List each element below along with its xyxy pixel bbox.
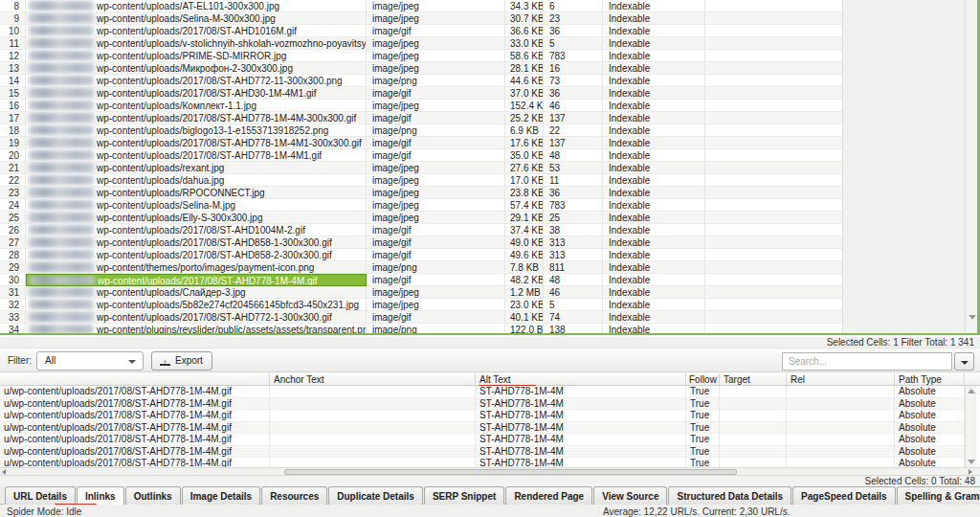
from-url-cell[interactable]: u/wp-content/uploads/2017/08/ST-AHD778-1… <box>0 398 270 411</box>
target-cell[interactable] <box>720 386 787 398</box>
tab-structured-data-details[interactable]: Structured Data Details <box>668 486 791 505</box>
content-type-cell[interactable]: image/jpeg <box>367 100 505 112</box>
inlinks-vertical-scrollbar[interactable] <box>965 386 976 467</box>
address-cell[interactable]: wp-content/uploads/Комплект-1.1.jpg <box>26 100 367 112</box>
indexability-cell[interactable]: Indexable <box>603 162 705 174</box>
size-cell[interactable]: 58.6 KB <box>505 50 544 62</box>
address-cell[interactable]: wp-content/uploads/2017/08/ST-AHD30-1M-4… <box>26 87 367 100</box>
table-row[interactable]: 28wp-content/uploads/2017/08/ST-AHD858-2… <box>0 249 842 261</box>
indexability-cell[interactable]: Indexable <box>603 299 705 311</box>
path-type-cell[interactable]: Absolute <box>895 434 965 446</box>
from-url-cell[interactable]: u/wp-content/uploads/2017/08/ST-AHD778-1… <box>0 422 270 435</box>
target-cell[interactable] <box>720 446 787 459</box>
address-cell[interactable]: wp-content/uploads/Elly-S-300x300.jpg <box>26 212 367 224</box>
size-cell[interactable]: 37.4 KB <box>505 224 544 236</box>
tab-rendered-page[interactable]: Rendered Page <box>505 486 592 505</box>
inlink-row[interactable]: u/wp-content/uploads/2017/08/ST-AHD778-1… <box>0 410 965 422</box>
tab-url-details[interactable]: URL Details <box>5 486 76 505</box>
target-cell[interactable] <box>720 398 787 411</box>
indexability-cell[interactable]: Indexable <box>603 187 705 199</box>
indexability-cell[interactable]: Indexable <box>603 236 705 249</box>
address-cell[interactable]: wp-content/uploads/2017/08/ST-AHD778-1M-… <box>26 137 367 149</box>
indexability-status-cell[interactable] <box>705 261 843 274</box>
indexability-status-cell[interactable] <box>705 124 843 137</box>
follow-cell[interactable]: True <box>686 446 720 459</box>
follow-cell[interactable]: True <box>686 398 720 411</box>
size-cell[interactable]: 7.8 KB <box>505 261 544 274</box>
inlink-row[interactable]: u/wp-content/uploads/2017/08/ST-AHD778-1… <box>0 422 965 435</box>
scroll-right-icon[interactable] <box>969 469 972 475</box>
content-type-cell[interactable]: image/png <box>367 75 505 87</box>
content-type-cell[interactable]: image/gif <box>367 149 505 162</box>
content-type-cell[interactable]: image/jpeg <box>367 12 505 25</box>
alt-text-cell[interactable]: ST-AHD778-1M-4M <box>476 458 686 467</box>
inlinks-cell[interactable]: 16 <box>544 62 603 75</box>
path-type-cell[interactable]: Absolute <box>895 398 965 411</box>
address-cell[interactable]: wp-content/uploads/Микрофон-2-300x300.jp… <box>26 62 367 75</box>
indexability-status-cell[interactable] <box>705 25 843 37</box>
rel-cell[interactable] <box>787 422 895 435</box>
path-type-cell[interactable]: Absolute <box>895 458 965 467</box>
inlink-row[interactable]: u/wp-content/uploads/2017/08/ST-AHD778-1… <box>0 446 965 459</box>
size-cell[interactable]: 122.0 B <box>505 324 544 333</box>
scroll-up-icon[interactable] <box>968 389 975 393</box>
path-type-cell[interactable]: Absolute <box>895 410 965 422</box>
content-type-cell[interactable]: image/gif <box>367 311 505 324</box>
search-input[interactable] <box>782 352 952 371</box>
indexability-cell[interactable]: Indexable <box>603 112 705 124</box>
anchor-text-cell[interactable] <box>270 410 476 422</box>
table-row[interactable]: 33wp-content/uploads/2017/08/ST-AHD772-1… <box>0 311 842 324</box>
alt-text-cell[interactable]: ST-AHD778-1M-4M <box>476 410 686 422</box>
size-cell[interactable]: 29.1 KB <box>505 212 544 224</box>
column-header-follow[interactable]: Follow <box>686 373 720 385</box>
rel-cell[interactable] <box>787 458 895 467</box>
indexability-status-cell[interactable] <box>705 12 843 25</box>
indexability-status-cell[interactable] <box>705 75 843 87</box>
size-cell[interactable]: 28.1 KB <box>505 62 544 75</box>
inlinks-cell[interactable]: 6 <box>544 0 603 12</box>
indexability-status-cell[interactable] <box>705 162 843 174</box>
address-cell[interactable]: wp-content/uploads/Selina-M-300x300.jpg <box>26 12 367 25</box>
content-type-cell[interactable]: image/gif <box>367 87 505 100</box>
inlinks-cell[interactable]: 313 <box>544 236 603 249</box>
content-type-cell[interactable]: image/jpeg <box>367 199 505 212</box>
size-cell[interactable]: 152.4 KB <box>505 100 544 112</box>
size-cell[interactable]: 17.6 KB <box>505 137 544 149</box>
inlinks-cell[interactable]: 138 <box>544 324 603 333</box>
table-row[interactable]: 26wp-content/uploads/2017/08/ST-AHD1004M… <box>0 224 842 236</box>
inlink-row[interactable]: u/wp-content/uploads/2017/08/ST-AHD778-1… <box>0 398 965 411</box>
table-row[interactable]: 16wp-content/uploads/Комплект-1.1.jpgima… <box>0 100 842 112</box>
inlinks-cell[interactable]: 22 <box>544 124 603 137</box>
address-cell[interactable]: wp-content/uploads/Selina-M.jpg <box>26 199 367 212</box>
inlinks-cell[interactable]: 783 <box>544 50 603 62</box>
from-url-cell[interactable]: u/wp-content/uploads/2017/08/ST-AHD778-1… <box>0 458 270 467</box>
address-cell[interactable]: wp-content/uploads/RPOCONNECT.jpg <box>26 187 367 199</box>
address-cell[interactable]: wp-content/plugins/revslider/public/asse… <box>26 324 367 333</box>
table-row[interactable]: 12wp-content/uploads/PRIME-SD-MIRROR.jpg… <box>0 50 842 62</box>
column-header-anchor-text[interactable]: Anchor Text <box>270 373 476 385</box>
table-row[interactable]: 20wp-content/uploads/2017/08/ST-AHD778-1… <box>0 149 842 162</box>
size-cell[interactable]: 36.6 KB <box>505 25 544 37</box>
rel-cell[interactable] <box>787 446 895 459</box>
inlinks-cell[interactable]: 74 <box>544 311 603 324</box>
alt-text-cell[interactable]: ST-AHD778-1M-4M <box>476 434 686 446</box>
size-cell[interactable]: 34.3 KB <box>505 0 544 12</box>
indexability-cell[interactable]: Indexable <box>603 212 705 224</box>
inlinks-cell[interactable]: 38 <box>544 224 603 236</box>
content-type-cell[interactable]: image/jpeg <box>367 37 505 50</box>
indexability-cell[interactable]: Indexable <box>603 261 705 274</box>
table-row[interactable]: 22wp-content/uploads/dahua.jpgimage/jpeg… <box>0 174 842 187</box>
tab-resources[interactable]: Resources <box>261 486 327 505</box>
table-row[interactable]: 17wp-content/uploads/2017/08/ST-AHD778-1… <box>0 112 842 124</box>
table-row[interactable]: 21wp-content/uploads/rexant.jpgimage/jpe… <box>0 162 842 174</box>
size-cell[interactable]: 35.0 KB <box>505 149 544 162</box>
indexability-cell[interactable]: Indexable <box>603 12 705 25</box>
anchor-text-cell[interactable] <box>270 434 476 446</box>
indexability-cell[interactable]: Indexable <box>603 224 705 236</box>
follow-cell[interactable]: True <box>686 434 720 446</box>
anchor-text-cell[interactable] <box>270 422 476 435</box>
size-cell[interactable]: 57.4 KB <box>505 199 544 212</box>
content-type-cell[interactable]: image/jpeg <box>367 162 505 174</box>
target-cell[interactable] <box>720 410 787 422</box>
indexability-status-cell[interactable] <box>705 87 843 100</box>
